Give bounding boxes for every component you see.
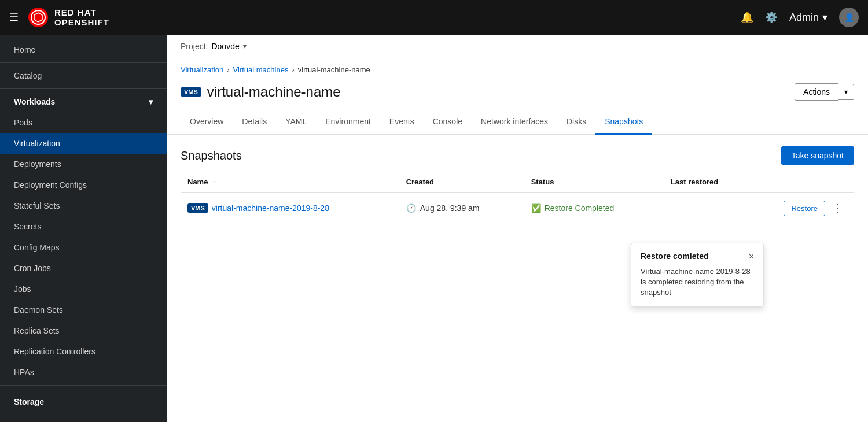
column-header-name[interactable]: Name ↑ <box>181 172 399 193</box>
sidebar-item-jobs[interactable]: Jobs <box>0 279 167 299</box>
sidebar-item-pods[interactable]: Pods <box>0 112 167 133</box>
sidebar-item-home[interactable]: Home <box>0 39 167 60</box>
sidebar-item-cron-jobs[interactable]: Cron Jobs <box>0 258 167 279</box>
sidebar-item-label: Home <box>14 45 35 54</box>
snapshots-table: Name ↑ Created Status Last restored <box>181 172 854 224</box>
column-header-row-actions <box>777 172 854 193</box>
snapshot-name-link[interactable]: VMS virtual-machine-name-2019-8-28 <box>187 203 392 213</box>
chevron-down-icon: ▾ <box>844 88 848 96</box>
actions-main-button[interactable]: Actions <box>795 83 838 101</box>
breadcrumb-separator: › <box>227 65 229 74</box>
actions-dropdown-button[interactable]: ▾ <box>838 84 854 100</box>
snapshot-name: virtual-machine-name-2019-8-28 <box>212 203 329 213</box>
snapshot-created-time: Aug 28, 9:39 am <box>420 203 480 213</box>
row-vms-badge: VMS <box>187 203 208 213</box>
sidebar-item-deployments[interactable]: Deployments <box>0 154 167 175</box>
breadcrumb-current: virtual-machine-name <box>298 65 370 74</box>
avatar[interactable]: 👤 <box>839 8 859 27</box>
breadcrumb: Virtualization › Virtual machines › virt… <box>167 58 868 74</box>
sidebar-item-virtualization[interactable]: Virtualization <box>0 133 167 154</box>
breadcrumb-virtualization-link[interactable]: Virtualization <box>181 65 223 74</box>
sidebar-item-label: Deployment Configs <box>14 180 87 190</box>
tabs-container: Overview Details YAML Environment Events… <box>167 110 868 135</box>
admin-dropdown[interactable]: Admin ▾ <box>789 11 827 24</box>
sidebar-item-replication-controllers[interactable]: Replication Controllers <box>0 341 167 362</box>
main-content: Project: Doovde ▾ Virtualization › Virtu… <box>167 35 868 422</box>
tab-environment[interactable]: Environment <box>316 110 380 135</box>
sidebar-item-label: HPAs <box>14 368 34 377</box>
logo-text: RED HATOPENSHIFT <box>54 8 109 27</box>
kebab-menu-button[interactable]: ⋮ <box>827 199 847 217</box>
tab-snapshots[interactable]: Snapshots <box>595 110 652 135</box>
snapshot-created-cell: 🕐 Aug 28, 9:39 am <box>399 193 524 224</box>
sidebar-item-deployment-configs[interactable]: Deployment Configs <box>0 175 167 195</box>
tab-details[interactable]: Details <box>233 110 276 135</box>
sidebar-item-stateful-sets[interactable]: Stateful Sets <box>0 195 167 216</box>
column-header-last-restored: Last restored <box>664 172 777 193</box>
snapshots-table-container: Name ↑ Created Status Last restored <box>167 172 868 224</box>
sidebar-item-label: Deployments <box>14 160 61 169</box>
chevron-down-icon: ▾ <box>149 97 153 106</box>
column-header-created: Created <box>399 172 524 193</box>
top-navigation: ☰ RED HATOPENSHIFT 🔔 ⚙️ Admin ▾ 👤 <box>0 0 868 35</box>
sidebar-item-daemon-sets[interactable]: Daemon Sets <box>0 299 167 320</box>
tab-events[interactable]: Events <box>380 110 424 135</box>
clock-icon: 🕐 <box>406 203 416 213</box>
row-actions: Restore ⋮ <box>784 199 847 217</box>
take-snapshot-button[interactable]: Take snapshot <box>781 146 854 165</box>
restore-completed-popup: Restore comleted × Virtual-machine-name … <box>631 243 764 307</box>
sidebar-item-hpas[interactable]: HPAs <box>0 362 167 383</box>
admin-caret-icon: ▾ <box>822 11 827 24</box>
checkmark-icon: ✅ <box>531 203 541 213</box>
vms-badge: VMS <box>181 87 201 97</box>
snapshot-status-cell: ✅ Restore Completed <box>524 193 664 224</box>
hamburger-menu[interactable]: ☰ <box>9 11 19 24</box>
snapshot-last-restored-cell <box>664 193 777 224</box>
tab-yaml[interactable]: YAML <box>276 110 316 135</box>
sidebar-item-catalog[interactable]: Catalog <box>0 65 167 86</box>
sidebar-item-label: Virtualization <box>14 139 60 148</box>
sidebar-item-label: Daemon Sets <box>14 305 63 314</box>
sidebar: Home Catalog Workloads ▾ Pods Virtualiza… <box>0 35 167 422</box>
breadcrumb-virtual-machines-link[interactable]: Virtual machines <box>233 65 289 74</box>
sidebar-item-label: Jobs <box>14 284 31 294</box>
project-name: Doovde <box>211 42 239 51</box>
tab-overview[interactable]: Overview <box>181 110 233 135</box>
admin-label: Admin <box>789 12 819 24</box>
sidebar-item-config-maps[interactable]: Config Maps <box>0 237 167 258</box>
sidebar-item-label: Cron Jobs <box>14 264 51 273</box>
tab-network-interfaces[interactable]: Network interfaces <box>472 110 557 135</box>
snapshot-status: ✅ Restore Completed <box>531 203 657 213</box>
page-header: VMS virtual-machine-name Actions ▾ <box>167 74 868 101</box>
snapshot-row-actions-cell: Restore ⋮ <box>777 193 854 224</box>
column-header-status: Status <box>524 172 664 193</box>
breadcrumb-separator-2: › <box>292 65 294 74</box>
snapshot-name-cell: VMS virtual-machine-name-2019-8-28 <box>181 193 399 224</box>
sidebar-item-secrets[interactable]: Secrets <box>0 216 167 237</box>
page-title-area: VMS virtual-machine-name <box>181 84 341 100</box>
sort-ascending-icon: ↑ <box>212 179 216 186</box>
popup-header: Restore comleted × <box>641 251 754 262</box>
page-title: virtual-machine-name <box>207 84 341 100</box>
project-bar: Project: Doovde ▾ <box>167 35 868 58</box>
sidebar-item-workloads[interactable]: Workloads ▾ <box>0 91 167 112</box>
restore-button[interactable]: Restore <box>784 201 825 216</box>
gear-icon[interactable]: ⚙️ <box>765 11 778 24</box>
openshift-logo-icon <box>28 7 49 28</box>
sidebar-item-label: Storage <box>14 397 44 406</box>
logo: RED HATOPENSHIFT <box>28 7 109 28</box>
sidebar-item-storage[interactable]: Storage <box>0 388 167 411</box>
snapshots-header: Snapshaots Take snapshot <box>167 135 868 172</box>
popup-close-button[interactable]: × <box>749 251 754 262</box>
sidebar-item-label: Secrets <box>14 222 41 231</box>
project-dropdown-icon[interactable]: ▾ <box>243 42 247 50</box>
tab-disks[interactable]: Disks <box>557 110 595 135</box>
table-row: VMS virtual-machine-name-2019-8-28 🕐 Aug… <box>181 193 854 224</box>
tab-console[interactable]: Console <box>424 110 472 135</box>
popup-body: Virtual-machine-name 2019-8-28 is comple… <box>641 266 754 298</box>
nav-icons: 🔔 ⚙️ Admin ▾ 👤 <box>741 8 859 27</box>
sidebar-item-label: Workloads <box>14 97 55 106</box>
sidebar-item-label: Stateful Sets <box>14 201 60 210</box>
bell-icon[interactable]: 🔔 <box>741 11 753 24</box>
sidebar-item-replica-sets[interactable]: Replica Sets <box>0 320 167 341</box>
